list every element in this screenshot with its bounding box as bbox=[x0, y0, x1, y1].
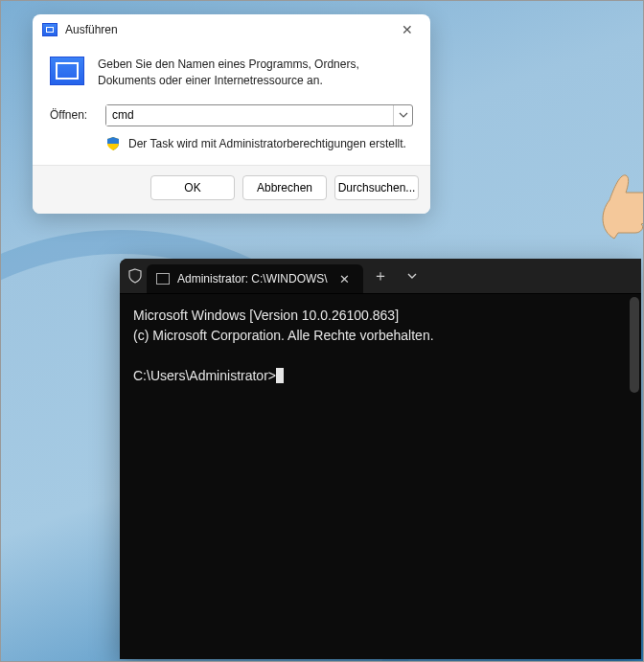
command-input[interactable] bbox=[106, 105, 393, 126]
admin-notice: Der Task wird mit Administratorberechtig… bbox=[128, 137, 406, 150]
shield-icon bbox=[105, 136, 121, 151]
scrollbar[interactable] bbox=[630, 297, 639, 393]
terminal-output[interactable]: Microsoft Windows [Version 10.0.26100.86… bbox=[120, 294, 641, 398]
term-line: Microsoft Windows [Version 10.0.26100.86… bbox=[133, 308, 399, 323]
tab-title: Administrator: C:\WINDOWS\ bbox=[177, 272, 328, 285]
run-icon bbox=[42, 23, 58, 36]
thumbs-up-icon bbox=[595, 164, 644, 240]
run-description: Geben Sie den Namen eines Programms, Ord… bbox=[98, 57, 413, 89]
open-label: Öffnen: bbox=[50, 108, 96, 122]
cursor bbox=[276, 368, 284, 383]
browse-button[interactable]: Durchsuchen... bbox=[334, 175, 419, 200]
window-title: Ausführen bbox=[65, 23, 118, 36]
command-combobox[interactable] bbox=[105, 104, 413, 126]
titlebar: Ausführen ✕ bbox=[33, 14, 430, 41]
term-prompt: C:\Users\Administrator> bbox=[133, 368, 276, 383]
tab-menu-chevron-icon[interactable] bbox=[398, 259, 426, 293]
shield-icon bbox=[127, 268, 143, 284]
close-button[interactable]: ✕ bbox=[394, 22, 421, 37]
run-dialog: Ausführen ✕ Geben Sie den Namen eines Pr… bbox=[33, 14, 430, 214]
terminal-window: Administrator: C:\WINDOWS\ ✕ ＋ Microsoft… bbox=[120, 259, 641, 659]
new-tab-button[interactable]: ＋ bbox=[363, 259, 398, 293]
tab-bar: Administrator: C:\WINDOWS\ ✕ ＋ bbox=[120, 259, 641, 293]
run-large-icon bbox=[50, 57, 84, 85]
tab-active[interactable]: Administrator: C:\WINDOWS\ ✕ bbox=[147, 264, 363, 293]
cmd-icon bbox=[156, 273, 170, 285]
tab-close-icon[interactable]: ✕ bbox=[335, 272, 354, 286]
ok-button[interactable]: OK bbox=[150, 175, 235, 200]
chevron-down-icon[interactable] bbox=[393, 105, 412, 126]
cancel-button[interactable]: Abbrechen bbox=[242, 175, 327, 200]
term-line: (c) Microsoft Corporation. Alle Rechte v… bbox=[133, 328, 434, 343]
